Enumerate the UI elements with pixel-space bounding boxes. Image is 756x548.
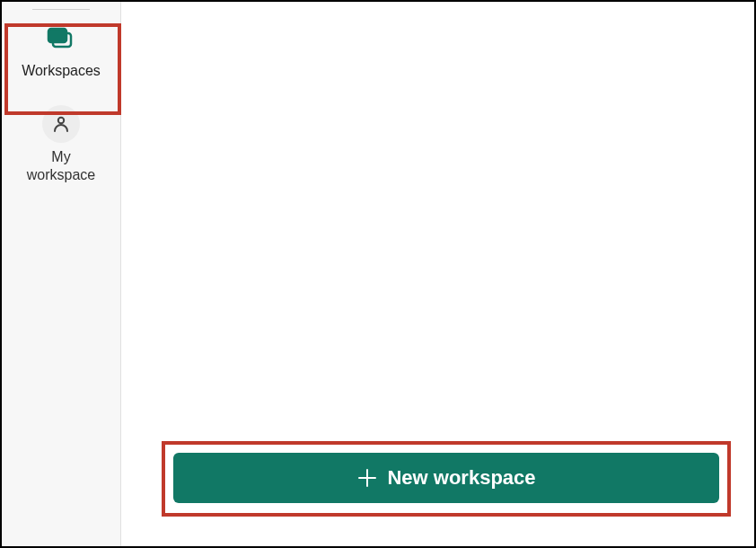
sidebar: Workspaces My workspace bbox=[2, 2, 121, 546]
sidebar-item-label: Workspaces bbox=[22, 62, 101, 80]
sidebar-item-my-workspace[interactable]: My workspace bbox=[27, 102, 95, 193]
new-workspace-button[interactable]: New workspace bbox=[173, 453, 719, 503]
sidebar-item-label: My workspace bbox=[27, 148, 95, 184]
sidebar-item-workspaces[interactable]: Workspaces bbox=[22, 22, 101, 89]
plus-icon bbox=[356, 467, 378, 489]
person-icon bbox=[42, 105, 80, 143]
new-workspace-label: New workspace bbox=[387, 466, 535, 490]
svg-rect-1 bbox=[48, 29, 66, 42]
svg-point-2 bbox=[58, 118, 64, 123]
sidebar-divider bbox=[32, 9, 90, 10]
workspaces-icon bbox=[46, 26, 76, 57]
